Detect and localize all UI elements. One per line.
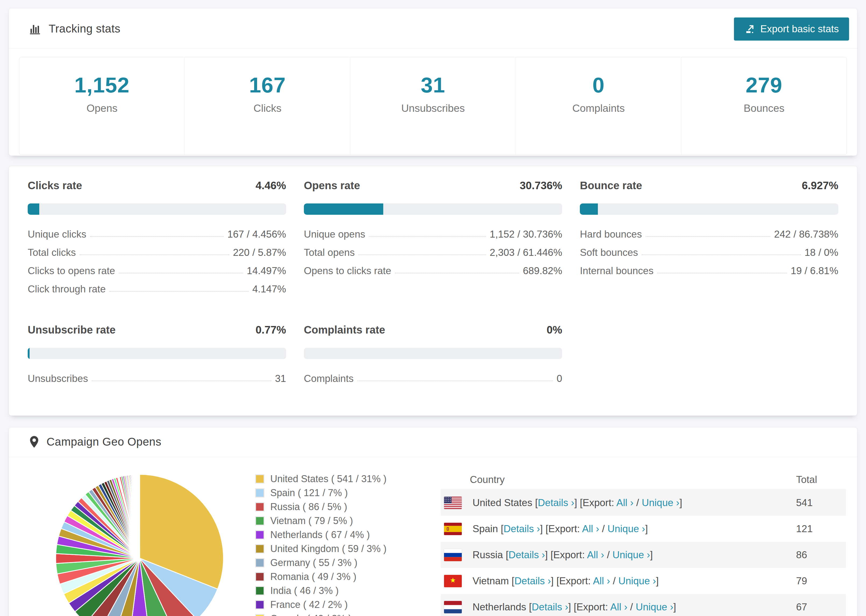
- tracking-stats-header: Tracking stats Export basic stats: [9, 8, 857, 49]
- column-header-total: Total: [796, 474, 846, 486]
- stat-line-value: 14.497%: [247, 265, 286, 277]
- stat-line-label: Hard bounces: [580, 229, 642, 240]
- legend-item-united-kingdom: United Kingdom ( 59 / 3% ): [255, 543, 430, 555]
- legend-swatch: [255, 600, 265, 609]
- rate-title: Complaints rate: [304, 324, 385, 336]
- details-link[interactable]: Details ›: [515, 575, 551, 586]
- export-all-link[interactable]: All ›: [587, 549, 604, 560]
- bracket: ]: [656, 575, 659, 586]
- dotted-leader: [395, 273, 519, 273]
- stat-line: Hard bounces242 / 86.738%: [580, 229, 838, 240]
- dotted-leader: [357, 380, 553, 381]
- legend-swatch: [255, 488, 265, 498]
- export-unique-link[interactable]: Unique ›: [608, 523, 645, 534]
- legend-swatch: [255, 558, 265, 567]
- legend-label: Vietnam ( 79 / 5% ): [270, 515, 353, 526]
- stat-line: Soft bounces18 / 0%: [580, 247, 838, 258]
- progress-bar-track: [304, 203, 562, 215]
- export-unique-link[interactable]: Unique ›: [642, 497, 679, 508]
- stat-line: Click through rate4.147%: [28, 284, 286, 295]
- stat-line-value: 31: [275, 373, 286, 384]
- rate-panel-clicks-rate: Clicks rate4.46%Unique clicks167 / 4.456…: [28, 179, 286, 302]
- progress-bar-fill: [580, 203, 598, 215]
- legend-item-vietnam: Vietnam ( 79 / 5% ): [255, 515, 430, 526]
- rate-value: 0.77%: [255, 324, 286, 336]
- export-icon: [744, 24, 756, 35]
- legend-swatch: [255, 544, 265, 553]
- stat-line-value: 19 / 6.81%: [791, 265, 838, 277]
- export-all-link[interactable]: All ›: [610, 602, 627, 613]
- bracket: ] [Export:: [545, 549, 587, 560]
- column-header-country: Country: [441, 474, 796, 486]
- legend-label: Russia ( 86 / 5% ): [270, 501, 347, 512]
- stat-value: 31: [350, 73, 516, 97]
- legend-swatch: [255, 475, 265, 484]
- legend-item-spain: Spain ( 121 / 7% ): [255, 487, 430, 498]
- legend-swatch: [255, 502, 265, 511]
- export-basic-stats-button[interactable]: Export basic stats: [734, 17, 849, 41]
- stat-line-value: 4.147%: [252, 284, 286, 295]
- legend-swatch: [255, 586, 265, 595]
- rate-head: Bounce rate6.927%: [580, 179, 838, 192]
- table-row-vn: Vietnam [Details ›] [Export: All › / Uni…: [441, 568, 846, 594]
- total-cell: 67: [796, 602, 846, 613]
- export-all-link[interactable]: All ›: [616, 497, 634, 508]
- dotted-leader: [359, 255, 486, 255]
- country-cell: United States [Details ›] [Export: All ›…: [472, 497, 796, 509]
- bracket: [: [532, 497, 538, 508]
- export-all-link[interactable]: All ›: [582, 523, 599, 534]
- stat-line: Total clicks220 / 5.87%: [28, 247, 286, 258]
- dotted-leader: [109, 291, 249, 292]
- table-row-us: United States [Details ›] [Export: All ›…: [441, 490, 846, 516]
- stat-line-label: Internal bounces: [580, 265, 653, 277]
- details-link[interactable]: Details ›: [509, 549, 545, 560]
- stat-line: Unsubscribes31: [28, 373, 286, 384]
- rate-rows: Unique clicks167 / 4.456%Total clicks220…: [28, 229, 286, 295]
- rate-value: 0%: [547, 324, 562, 336]
- country-cell: Russia [Details ›] [Export: All › / Uniq…: [472, 549, 796, 561]
- rate-title: Opens rate: [304, 179, 360, 192]
- summary-stat-bounces: 279Bounces: [682, 57, 847, 154]
- summary-stat-unsubscribes: 31Unsubscribes: [350, 57, 516, 154]
- details-link[interactable]: Details ›: [504, 523, 540, 534]
- rate-head: Clicks rate4.46%: [28, 179, 286, 192]
- stat-line-value: 689.82%: [523, 265, 562, 277]
- legend-label: United Kingdom ( 59 / 3% ): [270, 543, 386, 555]
- rate-head: Opens rate30.736%: [304, 179, 562, 192]
- rate-value: 4.46%: [255, 179, 286, 192]
- legend-label: India ( 46 / 3% ): [270, 585, 339, 596]
- country-cell: Spain [Details ›] [Export: All › / Uniqu…: [472, 523, 796, 534]
- dotted-leader: [92, 380, 271, 381]
- rate-rows: Unique opens1,152 / 30.736%Total opens2,…: [304, 229, 562, 277]
- flag-icon-ru: [444, 549, 462, 561]
- rate-panel-bounce-rate: Bounce rate6.927%Hard bounces242 / 86.73…: [580, 179, 838, 302]
- export-unique-link[interactable]: Unique ›: [636, 602, 674, 613]
- legend-swatch: [255, 614, 265, 616]
- stat-line: Opens to clicks rate689.82%: [304, 265, 562, 277]
- pie-legend: United States ( 541 / 31% )Spain ( 121 /…: [255, 473, 430, 616]
- dotted-leader: [119, 273, 243, 273]
- export-all-link[interactable]: All ›: [593, 575, 610, 586]
- legend-swatch: [255, 572, 265, 581]
- legend-label: France ( 42 / 2% ): [270, 599, 348, 610]
- legend-label: United States ( 541 / 31% ): [270, 473, 386, 485]
- export-unique-link[interactable]: Unique ›: [612, 549, 650, 560]
- details-link[interactable]: Details ›: [532, 602, 568, 613]
- map-pin-icon: [29, 435, 39, 448]
- rate-head: Unsubscribe rate0.77%: [28, 324, 286, 336]
- geo-pie-chart: [54, 472, 226, 616]
- stat-line: Unique opens1,152 / 30.736%: [304, 229, 562, 240]
- bracket: ] [Export:: [540, 523, 582, 534]
- details-link[interactable]: Details ›: [538, 497, 575, 508]
- legend-item-netherlands: Netherlands ( 67 / 4% ): [255, 529, 430, 541]
- export-unique-link[interactable]: Unique ›: [618, 575, 656, 586]
- geo-content: United States ( 541 / 31% )Spain ( 121 /…: [9, 457, 857, 616]
- slash-separator: /: [599, 523, 608, 534]
- summary-stats-box: 1,152Opens167Clicks31Unsubscribes0Compla…: [19, 57, 847, 155]
- total-cell: 79: [796, 575, 846, 587]
- rates-card: Clicks rate4.46%Unique clicks167 / 4.456…: [9, 166, 857, 416]
- legend-label: Canada ( 40 / 2% ): [270, 613, 351, 616]
- stat-line-label: Total opens: [304, 247, 355, 258]
- country-name: United States: [472, 497, 532, 508]
- progress-bar-track: [28, 203, 286, 215]
